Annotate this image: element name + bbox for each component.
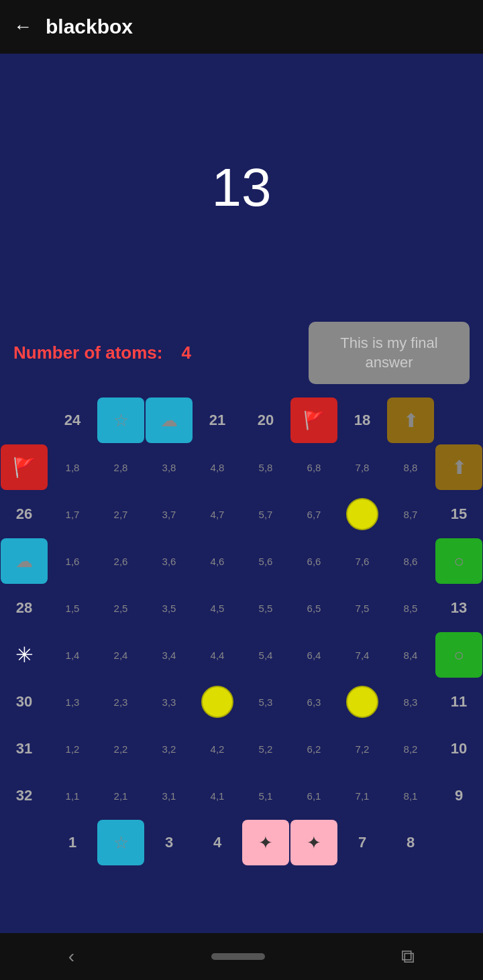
left-num-7[interactable]: 31: [1, 726, 48, 772]
top-num-1[interactable]: 24: [49, 397, 96, 443]
top-num-7[interactable]: 18: [339, 397, 386, 443]
cell-3-5[interactable]: 3,5: [146, 585, 193, 631]
cell-3-2[interactable]: 3,2: [146, 726, 193, 772]
right-num-4[interactable]: 13: [435, 585, 482, 631]
cell-7-4[interactable]: 7,4: [339, 632, 386, 678]
cell-2-4[interactable]: 2,4: [97, 632, 144, 678]
right-num-7[interactable]: 10: [435, 726, 482, 772]
cell-6-7[interactable]: 6,7: [290, 491, 337, 537]
top-cyan-cloud[interactable]: ☁: [146, 397, 193, 443]
cell-2-5[interactable]: 2,5: [97, 585, 144, 631]
left-burst-5[interactable]: ✳: [1, 632, 48, 678]
left-num-4[interactable]: 28: [1, 585, 48, 631]
cell-4-7[interactable]: 4,7: [194, 491, 241, 537]
cell-6-1[interactable]: 6,1: [290, 773, 337, 818]
bottom-pink-star-1[interactable]: ✦: [242, 820, 289, 865]
bottom-num-1[interactable]: 1: [49, 820, 96, 865]
cell-6-6[interactable]: 6,6: [290, 538, 337, 584]
cell-4-5[interactable]: 4,5: [194, 585, 241, 631]
left-red-flag-1[interactable]: 🚩: [1, 444, 48, 490]
final-answer-button[interactable]: This is my final answer: [309, 322, 470, 384]
left-num-2[interactable]: 26: [1, 491, 48, 537]
cell-8-2[interactable]: 8,2: [387, 726, 434, 772]
bottom-cyan-star[interactable]: ☆: [97, 820, 144, 865]
right-brown-up-1[interactable]: ⬆: [435, 444, 482, 490]
cell-6-2[interactable]: 6,2: [290, 726, 337, 772]
cell-7-1[interactable]: 7,1: [339, 773, 386, 818]
left-cyan-cloud-3[interactable]: ☁: [1, 538, 48, 584]
cell-6-8[interactable]: 6,8: [290, 444, 337, 490]
cell-1-2[interactable]: 1,2: [49, 726, 96, 772]
cell-7-3-atom[interactable]: [339, 679, 386, 725]
cell-5-2[interactable]: 5,2: [242, 726, 289, 772]
top-num-5[interactable]: 20: [242, 397, 289, 443]
cell-1-5[interactable]: 1,5: [49, 585, 96, 631]
bottom-num-7[interactable]: 7: [339, 820, 386, 865]
cell-7-5[interactable]: 7,5: [339, 585, 386, 631]
bottom-num-3[interactable]: 3: [146, 820, 193, 865]
cell-1-8[interactable]: 1,8: [49, 444, 96, 490]
cell-1-1[interactable]: 1,1: [49, 773, 96, 818]
cell-7-2[interactable]: 7,2: [339, 726, 386, 772]
cell-5-4[interactable]: 5,4: [242, 632, 289, 678]
cell-5-1[interactable]: 5,1: [242, 773, 289, 818]
nav-pill[interactable]: [211, 953, 265, 960]
cell-1-6[interactable]: 1,6: [49, 538, 96, 584]
right-green-circle-5[interactable]: ○: [435, 632, 482, 678]
cell-4-8[interactable]: 4,8: [194, 444, 241, 490]
bottom-pink-star-2[interactable]: ✦: [290, 820, 337, 865]
right-num-8[interactable]: 9: [435, 773, 482, 818]
cell-3-3[interactable]: 3,3: [146, 679, 193, 725]
cell-7-6[interactable]: 7,6: [339, 538, 386, 584]
nav-screen-button[interactable]: ⧉: [401, 946, 415, 968]
cell-6-5[interactable]: 6,5: [290, 585, 337, 631]
cell-6-4[interactable]: 6,4: [290, 632, 337, 678]
top-brown-up[interactable]: ⬆: [387, 397, 434, 443]
left-num-6[interactable]: 30: [1, 679, 48, 725]
cell-5-5[interactable]: 5,5: [242, 585, 289, 631]
cell-1-4[interactable]: 1,4: [49, 632, 96, 678]
nav-back-button[interactable]: ‹: [68, 946, 74, 967]
cell-4-2[interactable]: 4,2: [194, 726, 241, 772]
top-red-flag[interactable]: 🚩: [290, 397, 337, 443]
cell-3-6[interactable]: 3,6: [146, 538, 193, 584]
cell-3-8[interactable]: 3,8: [146, 444, 193, 490]
cell-7-7-atom[interactable]: [339, 491, 386, 537]
cell-3-1[interactable]: 3,1: [146, 773, 193, 818]
cell-4-1[interactable]: 4,1: [194, 773, 241, 818]
cell-6-3[interactable]: 6,3: [290, 679, 337, 725]
cell-2-1[interactable]: 2,1: [97, 773, 144, 818]
cell-5-6[interactable]: 5,6: [242, 538, 289, 584]
cell-1-3[interactable]: 1,3: [49, 679, 96, 725]
cell-2-2[interactable]: 2,2: [97, 726, 144, 772]
cell-8-3[interactable]: 8,3: [387, 679, 434, 725]
left-num-8[interactable]: 32: [1, 773, 48, 818]
cell-5-8[interactable]: 5,8: [242, 444, 289, 490]
top-cyan-star[interactable]: ☆: [97, 397, 144, 443]
cell-2-3[interactable]: 2,3: [97, 679, 144, 725]
right-green-circle-3[interactable]: ○: [435, 538, 482, 584]
cell-1-7[interactable]: 1,7: [49, 491, 96, 537]
cell-3-4[interactable]: 3,4: [146, 632, 193, 678]
right-num-6[interactable]: 11: [435, 679, 482, 725]
cell-2-6[interactable]: 2,6: [97, 538, 144, 584]
bottom-num-8[interactable]: 8: [387, 820, 434, 865]
cell-4-6[interactable]: 4,6: [194, 538, 241, 584]
cell-8-5[interactable]: 8,5: [387, 585, 434, 631]
cell-5-7[interactable]: 5,7: [242, 491, 289, 537]
cell-4-4[interactable]: 4,4: [194, 632, 241, 678]
cell-8-7[interactable]: 8,7: [387, 491, 434, 537]
cell-8-4[interactable]: 8,4: [387, 632, 434, 678]
cell-8-1[interactable]: 8,1: [387, 773, 434, 818]
cell-8-6[interactable]: 8,6: [387, 538, 434, 584]
bottom-num-4[interactable]: 4: [194, 820, 241, 865]
cell-5-3[interactable]: 5,3: [242, 679, 289, 725]
right-num-2[interactable]: 15: [435, 491, 482, 537]
cell-7-8[interactable]: 7,8: [339, 444, 386, 490]
cell-4-3-atom[interactable]: [194, 679, 241, 725]
cell-3-7[interactable]: 3,7: [146, 491, 193, 537]
cell-2-8[interactable]: 2,8: [97, 444, 144, 490]
cell-2-7[interactable]: 2,7: [97, 491, 144, 537]
cell-8-8[interactable]: 8,8: [387, 444, 434, 490]
back-button[interactable]: ←: [13, 16, 32, 38]
